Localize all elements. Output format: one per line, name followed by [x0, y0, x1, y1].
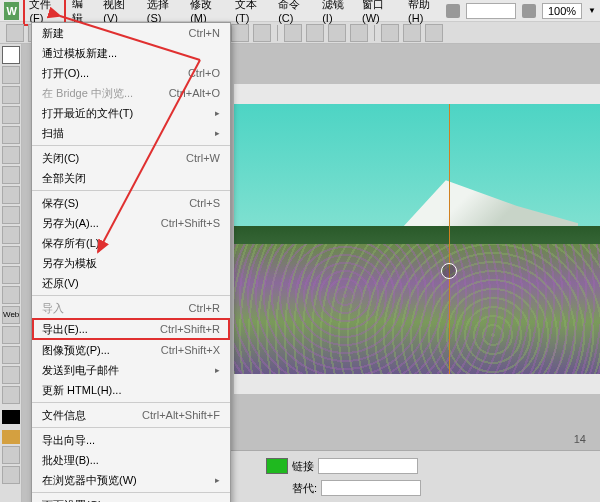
menu-filters[interactable]: 滤镜(I) — [316, 0, 356, 24]
tool-btn[interactable] — [284, 24, 302, 42]
tool-btn[interactable] — [381, 24, 399, 42]
menu-item[interactable]: 在浏览器中预览(W) — [32, 470, 230, 490]
menu-item-label: 保存所有(L) — [42, 236, 99, 251]
alt-input[interactable] — [321, 480, 421, 496]
zoom-select[interactable]: 100% — [542, 3, 582, 19]
menu-item: 导入Ctrl+R — [32, 298, 230, 318]
menubar: W 文件(F) 编辑 视图(V) 选择(S) 修改(M) 文本(T) 命令(C)… — [0, 0, 600, 22]
mode-btn[interactable] — [2, 446, 20, 464]
menu-item-shortcut: Ctrl+W — [186, 152, 220, 164]
menu-item[interactable]: 关闭(C)Ctrl+W — [32, 148, 230, 168]
menu-item[interactable]: 更新 HTML(H)... — [32, 380, 230, 400]
menu-item[interactable]: 导出向导... — [32, 430, 230, 450]
menu-item-label: 页面设置(G)... — [42, 498, 111, 503]
menu-item-shortcut: Ctrl+R — [189, 302, 220, 314]
tool-btn[interactable] — [306, 24, 324, 42]
crop-tool[interactable] — [2, 86, 20, 104]
menu-item-label: 在浏览器中预览(W) — [42, 473, 137, 488]
menu-item-shortcut: Ctrl+Shift+X — [161, 344, 220, 356]
tool-btn[interactable] — [403, 24, 421, 42]
menu-item[interactable]: 批处理(B)... — [32, 450, 230, 470]
fill-tool[interactable] — [2, 246, 20, 264]
menu-item-label: 另存为模板 — [42, 256, 97, 271]
menu-item[interactable]: 文件信息Ctrl+Alt+Shift+F — [32, 405, 230, 425]
menu-select[interactable]: 选择(S) — [141, 0, 184, 24]
menu-item[interactable]: 页面设置(G)... — [32, 495, 230, 502]
pointer-tool[interactable] — [2, 46, 20, 64]
layout-icon[interactable] — [446, 4, 460, 18]
menu-text[interactable]: 文本(T) — [229, 0, 272, 24]
brush-tool[interactable] — [2, 146, 20, 164]
tool-btn[interactable] — [253, 24, 271, 42]
menu-item[interactable]: 另存为(A)...Ctrl+Shift+S — [32, 213, 230, 233]
menu-item[interactable]: 导出(E)...Ctrl+Shift+R — [32, 318, 230, 340]
link-input[interactable] — [318, 458, 418, 474]
menu-item[interactable]: 另存为模板 — [32, 253, 230, 273]
stamp-tool[interactable] — [2, 226, 20, 244]
zoom-chevron-icon[interactable]: ▼ — [588, 6, 596, 15]
menu-item-shortcut: Ctrl+Alt+Shift+F — [142, 409, 220, 421]
background-swatch[interactable] — [2, 430, 20, 444]
menu-item[interactable]: 图像预览(P)...Ctrl+Shift+X — [32, 340, 230, 360]
menu-item[interactable]: 还原(V) — [32, 273, 230, 293]
pen-tool[interactable] — [2, 326, 20, 344]
foreground-swatch[interactable] — [2, 410, 20, 424]
menu-item-label: 导出(E)... — [42, 322, 88, 337]
menu-item[interactable]: 新建Ctrl+N — [32, 23, 230, 43]
menu-item-label: 发送到电子邮件 — [42, 363, 119, 378]
menu-item-shortcut: Ctrl+Shift+R — [160, 323, 220, 335]
shape-tool[interactable] — [2, 346, 20, 364]
search-icon[interactable] — [522, 4, 536, 18]
eyedropper-tool[interactable] — [2, 366, 20, 384]
app-logo: W — [4, 2, 19, 20]
menu-item-label: 扫描 — [42, 126, 64, 141]
menu-item-label: 另存为(A)... — [42, 216, 99, 231]
blur-tool[interactable] — [2, 206, 20, 224]
menu-help[interactable]: 帮助(H) — [402, 0, 446, 24]
menu-item-label: 导入 — [42, 301, 64, 316]
gradient-tool[interactable] — [2, 266, 20, 284]
menu-item-label: 导出向导... — [42, 433, 95, 448]
menu-item[interactable]: 保存所有(L) — [32, 233, 230, 253]
menu-commands[interactable]: 命令(C) — [272, 0, 316, 24]
menu-item[interactable]: 扫描 — [32, 123, 230, 143]
menu-item-shortcut: Ctrl+Shift+S — [161, 217, 220, 229]
menu-item[interactable]: 通过模板新建... — [32, 43, 230, 63]
pencil-tool[interactable] — [2, 166, 20, 184]
wand-tool[interactable] — [2, 106, 20, 124]
lasso-tool[interactable] — [2, 126, 20, 144]
menu-window[interactable]: 窗口(W) — [356, 0, 402, 24]
tool-btn[interactable] — [425, 24, 443, 42]
menu-item[interactable]: 全部关闭 — [32, 168, 230, 188]
tool-btn[interactable] — [328, 24, 346, 42]
menu-item[interactable]: 打开最近的文件(T) — [32, 103, 230, 123]
subselect-tool[interactable] — [2, 66, 20, 84]
mode-btn[interactable] — [2, 466, 20, 484]
menu-item[interactable]: 打开(O)...Ctrl+O — [32, 63, 230, 83]
hand-tool[interactable] — [2, 386, 20, 404]
text-tool[interactable] — [2, 286, 20, 304]
menu-item-shortcut: Ctrl+N — [189, 27, 220, 39]
tool-btn[interactable] — [6, 24, 24, 42]
eraser-tool[interactable] — [2, 186, 20, 204]
color-swatch[interactable] — [266, 458, 288, 474]
menu-item[interactable]: 发送到电子邮件 — [32, 360, 230, 380]
canvas[interactable] — [234, 84, 600, 394]
web-tool[interactable]: Web — [2, 306, 20, 324]
menu-item-label: 全部关闭 — [42, 171, 86, 186]
menu-item[interactable]: 保存(S)Ctrl+S — [32, 193, 230, 213]
center-marker-icon — [441, 263, 457, 279]
guide-line[interactable] — [449, 104, 450, 374]
menu-modify[interactable]: 修改(M) — [184, 0, 229, 24]
file-menu-dropdown: 新建Ctrl+N通过模板新建...打开(O)...Ctrl+O在 Bridge … — [31, 22, 231, 502]
menu-item-shortcut: Ctrl+O — [188, 67, 220, 79]
search-input[interactable] — [466, 3, 516, 19]
tool-btn[interactable] — [231, 24, 249, 42]
menu-item-label: 新建 — [42, 26, 64, 41]
tool-palette: Web — [0, 44, 22, 502]
menu-item-label: 保存(S) — [42, 196, 79, 211]
menu-view[interactable]: 视图(V) — [97, 0, 140, 24]
menu-item: 在 Bridge 中浏览...Ctrl+Alt+O — [32, 83, 230, 103]
tool-btn[interactable] — [350, 24, 368, 42]
menu-item-label: 关闭(C) — [42, 151, 79, 166]
